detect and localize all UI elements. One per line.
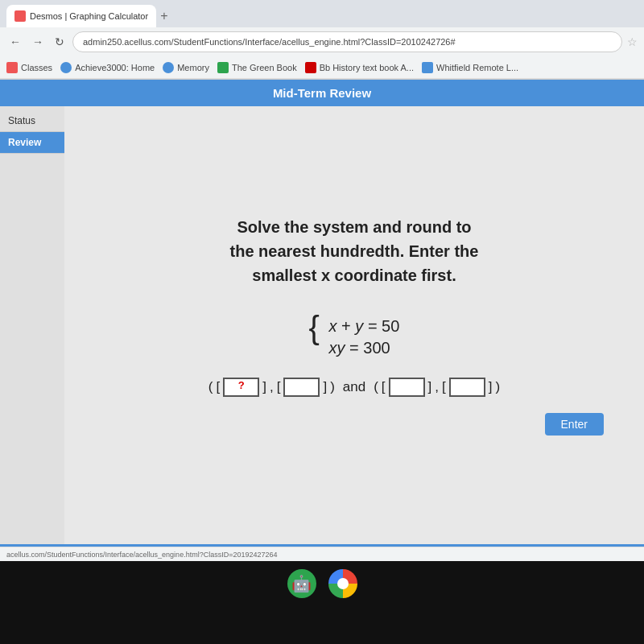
comma-1: , bbox=[270, 379, 274, 395]
address-bar-row: ← → ↻ admin250.acellus.com/StudentFuncti… bbox=[0, 27, 644, 56]
bookmark-achieve-label: Achieve3000: Home bbox=[75, 63, 155, 72]
achieve-icon bbox=[60, 62, 72, 73]
answer-row: ( [ ? ] , [ ] ) and ( [ ] , [ ] ) bbox=[208, 378, 500, 397]
bracket-close-3: ] bbox=[428, 379, 432, 395]
question-area: Solve the system and round to the neares… bbox=[64, 106, 644, 544]
open-paren-2: ( bbox=[374, 379, 378, 395]
comma-2: , bbox=[435, 379, 439, 395]
midterm-header: Mid-Term Review bbox=[0, 80, 644, 106]
classes-icon bbox=[6, 62, 18, 73]
bookmark-whitfield-label: Whitfield Remote L... bbox=[436, 63, 518, 72]
equation-1: x + y = 50 bbox=[329, 317, 400, 336]
answer-input-x2[interactable] bbox=[389, 378, 425, 397]
sidebar-review-label: Review bbox=[8, 137, 41, 148]
taskbar-icon-1[interactable]: 🤖 bbox=[287, 569, 316, 598]
math-system: { x + y = 50 xy = 300 bbox=[309, 312, 400, 357]
webpage: Mid-Term Review Status Review Solve the … bbox=[0, 80, 644, 547]
and-label: and bbox=[343, 379, 365, 395]
answer-input-x1[interactable]: ? bbox=[223, 378, 259, 397]
bracket-open-2: [ bbox=[277, 379, 281, 395]
close-paren-2: ) bbox=[496, 379, 501, 395]
greenbook-icon bbox=[217, 62, 229, 73]
equation-2: xy = 300 bbox=[329, 339, 400, 357]
memory-icon bbox=[163, 62, 174, 73]
bracket-close-2: ] bbox=[323, 379, 327, 395]
question-text: Solve the system and round to the neares… bbox=[230, 215, 479, 287]
sidebar-status-button[interactable]: Status bbox=[0, 110, 64, 132]
answer-input-y2[interactable] bbox=[449, 378, 485, 397]
bookmark-achieve[interactable]: Achieve3000: Home bbox=[60, 62, 155, 73]
bookmark-whitfield[interactable]: Whitfield Remote L... bbox=[422, 62, 518, 73]
browser-chrome: Desmos | Graphing Calculator + ← → ↻ adm… bbox=[0, 0, 644, 80]
sidebar-review-button[interactable]: Review bbox=[0, 132, 64, 154]
math-equations: x + y = 50 xy = 300 bbox=[329, 317, 400, 357]
tab-label: Desmos | Graphing Calculator bbox=[30, 11, 148, 21]
taskbar-chrome-icon[interactable] bbox=[328, 569, 357, 598]
bracket-close-4: ] bbox=[489, 379, 493, 395]
sidebar-status-label: Status bbox=[8, 115, 35, 126]
back-button[interactable]: ← bbox=[6, 34, 24, 50]
address-text: admin250.acellus.com/StudentFunctions/In… bbox=[83, 37, 456, 47]
forward-button[interactable]: → bbox=[29, 34, 47, 50]
answer-input-y1[interactable] bbox=[283, 378, 320, 397]
tab-favicon bbox=[14, 10, 26, 22]
content-area: Status Review Solve the system and round… bbox=[0, 106, 644, 544]
acellus-footer: Copyright © 2003 - 2021 Acellus Corporat… bbox=[0, 544, 644, 547]
bookmark-memory[interactable]: Memory bbox=[163, 62, 209, 73]
history-icon bbox=[305, 62, 316, 73]
question-line2: the nearest hundredth. Enter the bbox=[230, 242, 479, 260]
bookmarks-bar: Classes Achieve3000: Home Memory The Gre… bbox=[0, 56, 644, 79]
bracket-close-1: ] bbox=[262, 379, 266, 395]
bracket-open-4: [ bbox=[442, 379, 446, 395]
bookmark-greenbook-label: The Green Book bbox=[232, 63, 297, 72]
math-brace-icon: { bbox=[309, 310, 320, 345]
enter-button[interactable]: Enter bbox=[545, 413, 604, 436]
status-bar: acellus.com/StudentFunctions/Interface/a… bbox=[0, 547, 644, 561]
whitfield-icon bbox=[422, 62, 433, 73]
status-url: acellus.com/StudentFunctions/Interface/a… bbox=[6, 551, 277, 559]
bookmark-greenbook[interactable]: The Green Book bbox=[217, 62, 297, 73]
bracket-open-1: [ bbox=[216, 379, 220, 395]
bookmark-classes-label: Classes bbox=[21, 63, 52, 72]
address-bar[interactable]: admin250.acellus.com/StudentFunctions/In… bbox=[72, 31, 622, 52]
bracket-open-3: [ bbox=[382, 379, 386, 395]
close-paren-1: ) bbox=[330, 379, 335, 395]
bookmark-classes[interactable]: Classes bbox=[6, 62, 52, 73]
question-line1: Solve the system and round to bbox=[237, 218, 471, 236]
taskbar-icon-1-symbol: 🤖 bbox=[291, 574, 312, 593]
question-line3: smallest x coordinate first. bbox=[252, 266, 456, 284]
new-tab-button[interactable]: + bbox=[160, 9, 167, 23]
bookmark-history[interactable]: Bb History text book A... bbox=[305, 62, 414, 73]
bookmark-memory-label: Memory bbox=[177, 63, 209, 72]
tab-bar: Desmos | Graphing Calculator + bbox=[0, 0, 644, 27]
midterm-title: Mid-Term Review bbox=[273, 86, 371, 100]
active-tab[interactable]: Desmos | Graphing Calculator bbox=[6, 5, 156, 27]
open-paren-1: ( bbox=[208, 379, 213, 395]
bookmark-history-label: Bb History text book A... bbox=[320, 63, 414, 72]
refresh-button[interactable]: ↻ bbox=[52, 34, 68, 50]
sidebar: Status Review bbox=[0, 106, 64, 544]
bookmark-star-icon[interactable]: ☆ bbox=[627, 35, 638, 48]
taskbar-area: 🤖 bbox=[0, 561, 644, 644]
